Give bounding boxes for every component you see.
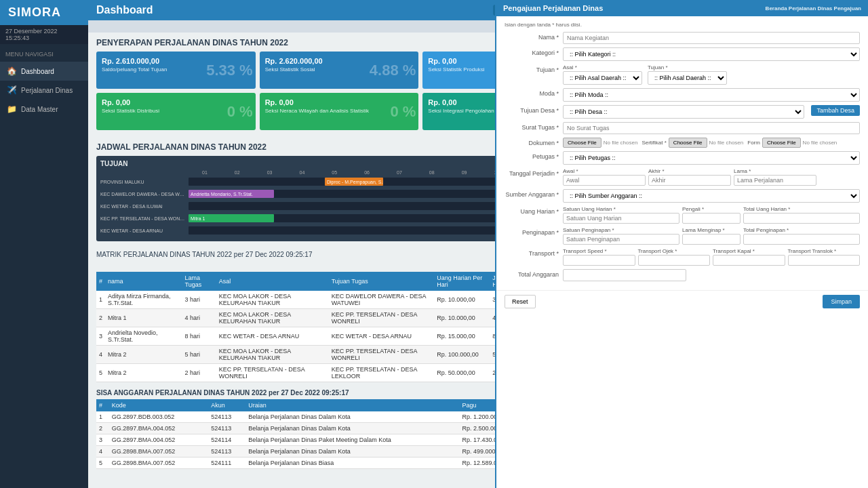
surat-label: Surat Tugas * [505,122,559,131]
total-anggaran-input[interactable]: 0 [563,269,686,281]
stat-card-3: Rp. 0,00 Seksi Statistik Distribusi 0 % [96,93,256,130]
nama-input[interactable] [563,32,860,44]
gantt-bar-3: Mitra 1 [189,214,274,222]
col-nama: nama [105,272,182,291]
sertifikat-choose-button[interactable]: Choose File [669,138,707,148]
modal-header: Pengajuan Perjalanan Dinas Beranda Perja… [496,0,868,16]
stat-percent-1: 4.88 % [370,62,416,79]
form-row-surat: Surat Tugas * [505,122,860,134]
petugas-select[interactable]: :: Pilih Petugas :: [563,151,860,165]
page-title: Dashboard [96,4,153,16]
gantt-label-1: KEC DAWELOR DAWERA - DESA WATUWEI [100,192,189,197]
transport-ojek-input[interactable]: 0 [638,255,711,266]
form-row-tanggal: Tanggal Perjadin * Awal * Akhir * Lama * [505,168,860,186]
petugas-label: Petugas * [505,151,559,160]
awal-input[interactable] [563,175,646,186]
sidebar-date: 27 Desember 2022 15:25:43 [0,25,88,44]
form-choose-button[interactable]: Choose File [762,138,801,148]
sidebar-item-label: Data Master [21,106,58,113]
akhir-input[interactable] [648,175,731,186]
reset-button[interactable]: Reset [505,295,536,308]
dokumen-choose-button[interactable]: Choose File [563,138,601,148]
gantt-label-4: KEC WETAR - DESA ARNAU [100,228,189,233]
gantt-label-2: KEC WETAR - DESA ILUWAI [100,204,189,209]
uang-harian-label: Uang Harian * [505,206,559,215]
form-row-transport: Transport * Transport Speed * 0 Transpor… [505,248,860,266]
kategori-label: Kategori * [505,47,559,56]
tanggal-label: Tanggal Perjadin * [505,168,559,177]
tujuan-label: Tujuan * [505,64,559,73]
lama-menginap-input[interactable]: 0 [682,234,741,245]
form-row-dokumen: Dokumen * Choose File No file chosen Ser… [505,138,860,148]
gantt-label-3: KEC PP. TERSELATAN - DESA WONRELI [100,216,189,221]
sidebar: SIMORA 27 Desember 2022 15:25:43 MENU NA… [0,0,88,488]
form-row-asal-tujuan: Tujuan * Asal * :: Pilih Asal Daerah :: … [505,64,860,85]
modal-overlay: Pengajuan Perjalanan Dinas Beranda Perja… [495,0,868,488]
form-row-total: Total Anggaran 0 [505,269,860,281]
stat-card-4: Rp. 0,00 Seksi Neraca Wilayah dan Analis… [260,93,419,130]
datamaster-icon: 📁 [7,104,17,114]
col-tujuan: Tujuan Tugas [329,272,435,291]
pengali-input[interactable]: 0 [682,213,741,224]
surat-input[interactable] [563,122,860,134]
transport-translok-input[interactable]: 0 [788,255,861,266]
sidebar-item-perjalanan[interactable]: ✈️ Perjalanan Dinas [0,81,88,100]
gantt-bar-0: Diproc - M.Pempapuan, S.E. [325,178,383,186]
form-row-kategori: Kategori * :: Pilih Kategori :: [505,47,860,61]
form-file-text: No file chosen [803,140,837,146]
gantt-bar-1: Andrietta Mondario, S.Tr.Stat. [189,190,274,198]
dokumen-file-text: No file chosen [604,140,638,146]
col-lama: Lama Tugas [182,272,216,291]
sidebar-item-datamaster[interactable]: 📁 Data Master [0,100,88,119]
total-uang-harian-input[interactable]: 0 [743,213,860,224]
dokumen-label: Dokumen * [505,138,559,146]
tujuan-select[interactable]: :: Pilih Asal Daerah :: [648,71,727,85]
transport-speed-input[interactable]: 0 [563,255,635,266]
gantt-label-0: PROVINSI MALUKU [100,180,189,184]
transport-label: Transport * [505,248,559,257]
sumber-select[interactable]: :: Pilih Sumber Anggaran :: [563,189,860,203]
sertifikat-file-text: No file chosen [709,140,744,146]
tambah-desa-button[interactable]: Tambah Desa [811,105,860,116]
stat-percent-4: 0 % [390,103,416,121]
required-note: Isian dengan tanda * harus diisi. [505,22,860,28]
total-anggaran-label: Total Anggaran [505,269,559,278]
transport-kapal-input[interactable]: 0 [713,255,785,266]
modal-body: Isian dengan tanda * harus diisi. Nama *… [496,16,868,290]
moda-label: Moda * [505,88,559,97]
penginapan-label: Penginapan * [505,227,559,236]
stat-percent-3: 0 % [227,103,253,121]
form-row-petugas: Petugas * :: Pilih Petugas :: [505,151,860,165]
kategori-select[interactable]: :: Pilih Kategori :: [563,47,860,61]
tujuan-desa-label: Tujuan Desa * [505,105,559,114]
sidebar-logo: SIMORA [0,0,88,25]
sidebar-item-label: Perjalanan Dinas [21,87,73,94]
asal-select[interactable]: :: Pilih Asal Daerah :: [563,71,642,85]
matrik-title: MATRIK PERJALANAN DINAS TAHUN 2022 per 2… [96,251,312,258]
modal-title: Pengajuan Perjalanan Dinas [503,4,603,12]
form-row-uang-harian: Uang Harian * Satuan Uang Harian * Penga… [505,206,860,224]
total-penginapan-input[interactable]: 0 [743,234,860,245]
sidebar-menu-header: MENU NAVIGASI [0,47,88,62]
lama-input[interactable] [734,175,816,186]
sumber-label: Sumber Anggaran * [505,189,559,198]
moda-select[interactable]: :: Pilih Moda :: [563,88,860,102]
form-row-nama: Nama * [505,32,860,44]
simpan-button[interactable]: Simpan [823,295,860,308]
stat-percent-0: 5.33 % [206,62,253,79]
col-no: # [96,272,105,291]
satuan-uang-harian-input[interactable] [563,213,679,224]
modal-breadcrumb: Beranda Perjalanan Dinas Pengajuan [766,5,861,12]
modal-footer: Reset Simpan [496,290,868,312]
form-row-penginapan: Penginapan * Satuan Penginapan * Lama Me… [505,227,860,245]
form-row-moda: Moda * :: Pilih Moda :: [505,88,860,102]
dashboard-icon: 🏠 [7,66,17,76]
sidebar-item-dashboard[interactable]: 🏠 Dashboard [0,62,88,81]
col-uang: Uang Harian Per Hari [434,272,490,291]
form-row-sumber: Sumber Anggaran * :: Pilih Sumber Anggar… [505,189,860,203]
perjalanan-icon: ✈️ [7,85,17,95]
tujuan-desa-select[interactable]: :: Pilih Desa :: [563,105,804,119]
stat-card-0: Rp. 2.610.000,00 Saldo/peluang Total Tuj… [96,52,256,89]
form-row-tujuan-desa: Tujuan Desa * :: Pilih Desa :: Tambah De… [505,105,860,119]
satuan-penginapan-input[interactable] [563,234,679,245]
